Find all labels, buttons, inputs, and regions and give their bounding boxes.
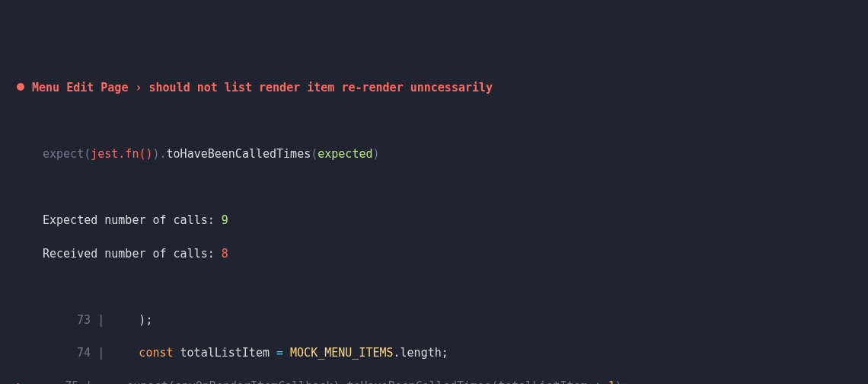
- test-name: should not list render item re-render un…: [149, 81, 493, 94]
- code-line-75: > 75 | expect(spyOnRenderItemCallback).t…: [0, 379, 868, 385]
- code-line-73: 73 | );: [0, 312, 868, 329]
- error-pointer-icon: >: [17, 379, 24, 385]
- expected-line: Expected number of calls: 9: [0, 213, 868, 229]
- received-value: 8: [222, 247, 228, 261]
- test-header: Menu Edit Page › should not list render …: [0, 80, 868, 97]
- suite-name: Menu Edit Page: [32, 81, 128, 94]
- matcher-line: expect(jest.fn()).toHaveBeenCalledTimes(…: [0, 146, 868, 163]
- expected-value: 9: [222, 213, 228, 227]
- separator: ›: [135, 81, 142, 94]
- code-line-74: 74 | const totalListItem = MOCK_MENU_ITE…: [0, 345, 868, 362]
- fail-dot-icon: [17, 83, 24, 91]
- received-line: Received number of calls: 8: [0, 246, 868, 263]
